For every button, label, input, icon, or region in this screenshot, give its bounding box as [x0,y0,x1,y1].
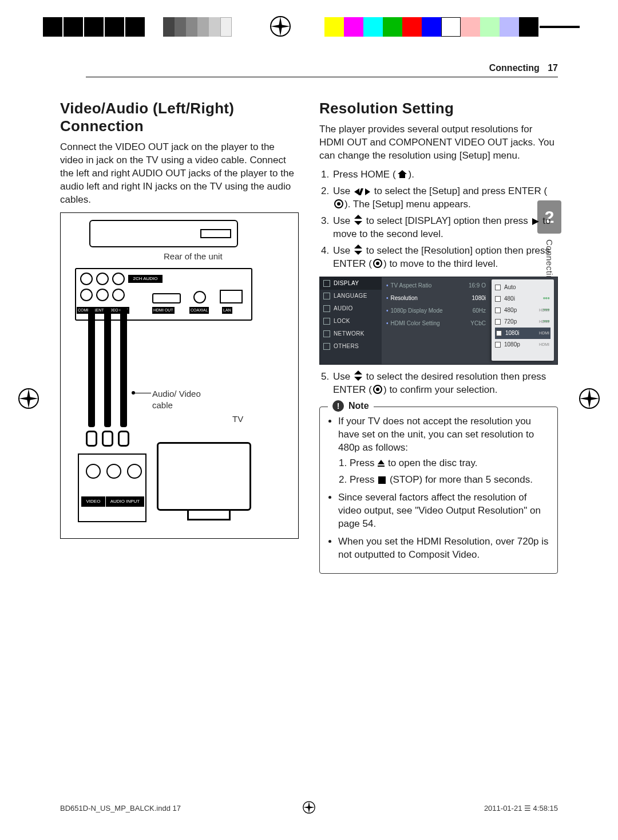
step-4: Use to select the [Resolution] option th… [332,244,558,271]
note-label: Note [348,400,369,412]
svg-marker-18 [354,244,362,249]
note-substep-2: Press (STOP) for more than 5 seconds. [350,474,549,487]
note-icon: ! [332,400,344,412]
note-bullet-1: If your TV does not accept the resolutio… [338,416,534,453]
svg-marker-26 [378,460,385,464]
svg-point-14 [337,202,340,206]
rear-label: Rear of the unit [164,251,223,262]
footer-timestamp: 2011-01-21 ☰ 4:58:15 [484,803,558,814]
print-footer: BD651D-N_US_MP_BALCK.indd 17 2011-01-21 … [0,802,618,815]
tv-input-labels: VIDEO AUDIO INPUT [81,496,144,507]
right-arrow-icon [532,218,539,225]
svg-marker-12 [365,188,370,195]
left-intro: Connect the VIDEO OUT jack on the player… [60,141,299,207]
hdmi-port-icon [152,293,181,303]
tv-label: TV [232,413,243,425]
page-number: 17 [548,63,558,73]
registration-mark-icon [17,387,40,410]
enter-icon [373,385,382,394]
enter-icon [373,259,382,268]
up-down-arrows-icon [354,244,362,255]
svg-marker-9 [398,170,407,178]
running-head: Connecting 17 [489,62,558,74]
av-cable-label: Audio/ Video cable [152,388,221,412]
note-substep-1: Press to open the disc tray. [350,457,549,471]
step-2: Use to select the [Setup] and press ENTE… [332,185,558,211]
osd-menu-audio: AUDIO [320,302,382,315]
osd-menu-network: NETWORK [320,328,382,340]
running-section: Connecting [489,63,540,73]
stop-icon [378,476,386,484]
registration-mark-icon [578,387,601,410]
up-down-arrows-icon [354,370,362,381]
left-heading: Video/Audio (Left/Right) Connection [60,100,299,135]
coax-port-icon [193,291,206,303]
step-5: Use to select the desired resolution the… [332,370,558,397]
note-callout: ! Note If your TV does not accept the re… [319,407,558,573]
home-icon [397,169,407,179]
osd-menu-lock: LOCK [320,315,382,328]
registration-mark-icon [302,800,316,814]
twoch-label: 2CH AUDIO OUT [128,275,163,283]
lan-port-icon [220,290,243,303]
osd-menu-language: LANGUAGE [320,290,382,302]
svg-marker-10 [354,188,359,195]
note-bullet-3: When you set the HDMI Resolution, over 7… [338,535,549,562]
resolution-popup: Auto 480i●●● 480p●●●HDMI 720p●●●HDMI 108… [492,279,554,361]
svg-marker-15 [354,215,362,219]
svg-marker-17 [532,218,539,225]
right-intro: The player provides several output resol… [319,123,558,163]
svg-point-25 [376,388,379,391]
step-1: Press HOME (). [332,168,558,182]
step-3: Use to select [DISPLAY] option then pres… [332,215,558,241]
registration-mark-icon [269,15,292,38]
osd-menu-others: OTHERS [320,340,382,353]
svg-marker-19 [354,251,362,255]
footer-file: BD651D-N_US_MP_BALCK.indd 17 [60,803,181,814]
svg-point-21 [376,262,379,265]
connection-diagram: Rear of the unit 2CH AUDIO OUT COMPONENT… [60,212,299,539]
right-heading: Resolution Setting [319,100,558,117]
left-right-arrows-icon [354,188,370,195]
up-down-arrows-icon [354,215,362,225]
svg-rect-27 [378,466,385,467]
svg-marker-16 [354,221,362,225]
player-unit-icon [89,220,238,247]
steps-list-continued: Use to select the desired resolution the… [319,370,558,397]
osd-menu-display: DISPLAY [320,277,382,290]
enter-icon [334,199,343,208]
note-bullet-2: Since several factors affect the resolut… [338,491,549,531]
eject-icon [377,458,385,471]
svg-marker-22 [354,370,362,374]
steps-list: Press HOME (). Use to select the [Setup]… [319,168,558,271]
svg-marker-23 [354,377,362,381]
header-rule [86,77,558,77]
print-registration-bar [0,17,618,37]
setup-menu-screenshot: DISPLAY LANGUAGE AUDIO LOCK NETWORK OTHE… [319,277,558,365]
tv-monitor-icon [157,442,251,511]
